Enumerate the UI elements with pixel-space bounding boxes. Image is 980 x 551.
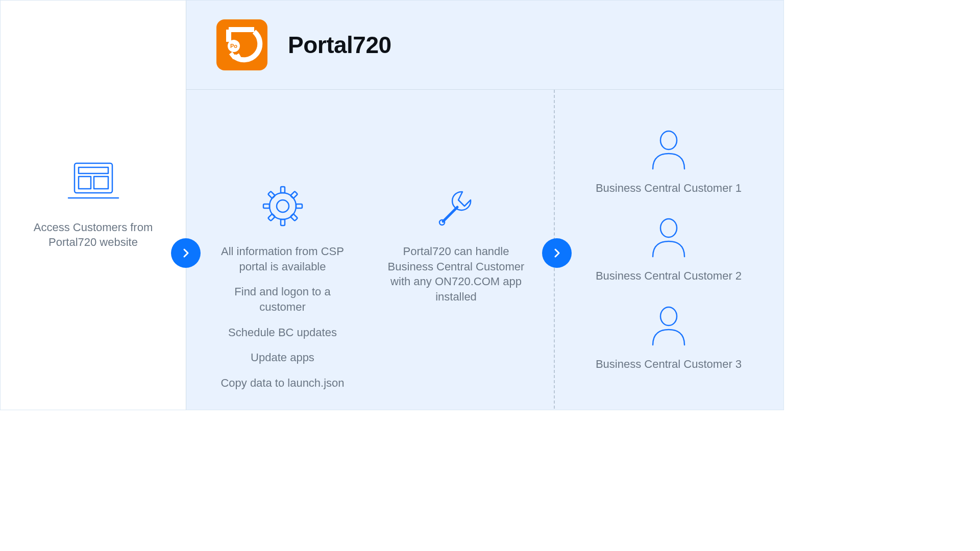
svg-rect-8 — [281, 187, 285, 193]
center-columns: All information from CSP portal is avail… — [186, 90, 553, 410]
svg-rect-10 — [263, 204, 270, 208]
brand-logo-icon: Po — [219, 22, 264, 67]
customer-1-label: Business Central Customer 1 — [596, 181, 742, 196]
header: Po Portal720 — [186, 1, 783, 90]
svg-point-19 — [660, 307, 677, 325]
svg-rect-5 — [94, 177, 108, 189]
gear-icon — [258, 182, 307, 231]
left-panel: Access Customers from Portal720 website — [1, 1, 186, 410]
wrench-icon — [432, 182, 481, 231]
laptop-dashboard-icon — [65, 160, 121, 206]
brand-title: Portal720 — [288, 31, 391, 59]
center-col1-line5: Copy data to launch.json — [220, 375, 344, 391]
svg-rect-9 — [281, 219, 285, 226]
step-access-customers: Access Customers from Portal720 website — [22, 160, 165, 249]
svg-rect-12 — [267, 191, 275, 198]
arrow-next-2 — [542, 238, 572, 268]
brand-logo-badge-text: Po — [230, 43, 237, 49]
user-icon — [646, 216, 692, 259]
svg-rect-13 — [290, 191, 297, 198]
brand-logo-tile: Po — [216, 19, 267, 70]
customer-2: Business Central Customer 2 — [596, 216, 742, 284]
customers-column: Business Central Customer 1 Business Cen… — [554, 90, 783, 410]
arrow-next-1 — [171, 238, 201, 268]
user-icon — [646, 304, 692, 347]
chevron-right-icon — [180, 247, 192, 259]
svg-rect-15 — [290, 214, 297, 221]
customer-3-label: Business Central Customer 3 — [596, 357, 742, 372]
svg-point-6 — [277, 200, 289, 212]
svg-rect-4 — [79, 177, 91, 189]
user-icon — [646, 128, 692, 171]
svg-point-17 — [660, 131, 677, 149]
center-col1-line1: All information from CSP portal is avail… — [211, 244, 354, 274]
center-col2-text: Portal720 can handle Business Central Cu… — [385, 244, 528, 305]
step-access-caption: Access Customers from Portal720 website — [22, 220, 165, 249]
chevron-right-icon — [551, 247, 563, 259]
customer-3: Business Central Customer 3 — [596, 304, 742, 372]
svg-rect-14 — [267, 214, 275, 221]
customer-2-label: Business Central Customer 2 — [596, 269, 742, 284]
customer-1: Business Central Customer 1 — [596, 128, 742, 196]
center-col1-line3: Schedule BC updates — [228, 325, 337, 340]
center-col1-line4: Update apps — [251, 350, 314, 365]
center-col-wrench: Portal720 can handle Business Central Cu… — [385, 182, 528, 305]
center-col-settings: All information from CSP portal is avail… — [211, 182, 354, 391]
svg-rect-3 — [79, 167, 108, 173]
svg-rect-11 — [296, 204, 302, 208]
center-col1-line2: Find and logon to a customer — [211, 284, 354, 314]
svg-point-18 — [660, 219, 677, 237]
